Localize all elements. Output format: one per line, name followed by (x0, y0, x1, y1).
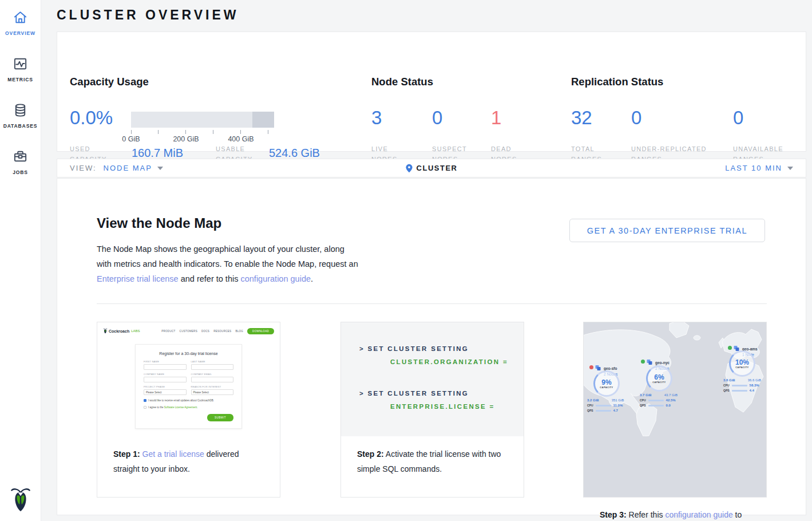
field-label: LAST NAME (191, 360, 234, 363)
total-capacity: 43.7 GiB (664, 393, 678, 397)
description-text: . (311, 274, 313, 283)
total-capacity: 351 GiB (612, 398, 624, 402)
used-capacity: 3.7 GiB (640, 393, 652, 397)
qps-value: 4.4 (750, 389, 754, 392)
time-range-value: LAST 10 MIN (725, 164, 782, 172)
download-button: DOWNLOAD (247, 328, 274, 334)
configuration-guide-link[interactable]: configuration guide (665, 510, 732, 519)
chevron-down-icon (157, 167, 163, 170)
view-value: NODE MAP (104, 164, 152, 172)
license-agreement-link: Software License Agreement. (164, 406, 198, 409)
step-1-caption: Step 1: Get a trial license delivered st… (97, 436, 280, 476)
step-2-card: > SET CLUSTER SETTING CLUSTER.ORGANIZATI… (340, 322, 524, 498)
nav-link: BLOG (235, 330, 243, 333)
scope-label: CLUSTER (417, 164, 458, 172)
used-capacity: 3.2 GiB (587, 398, 599, 402)
nav-link: CUSTOMERS (180, 330, 197, 333)
capacity-label: CAPACITY (652, 381, 666, 384)
chevron-down-icon (787, 167, 793, 170)
field-label: COMPANY EMAIL (191, 373, 234, 376)
sidebar-item-overview[interactable]: OVERVIEW (0, 0, 41, 46)
description-text: and refer to this (181, 274, 239, 283)
cpu-bar (596, 405, 611, 406)
field-label: PROJECT PHASE (144, 385, 187, 388)
field-label: REASON FOR INTEREST (191, 385, 234, 388)
capacity-percent: 9% (601, 379, 611, 386)
step-2-caption: Step 2: Activate the trial license with … (341, 436, 524, 476)
step-3-caption: Step 3: Refer this configuration guide t… (584, 497, 766, 521)
mini-site-nav: PRODUCT CUSTOMERS DOCS RESOURCES BLOG DO… (161, 328, 274, 334)
select-input: Please Select (191, 389, 234, 395)
total-capacity: 36.6 GiB (748, 378, 761, 382)
text-input (191, 377, 234, 382)
qps-value: 0.0 (666, 404, 671, 407)
cockroach-labs-brand: Cockroach LABS (103, 328, 140, 334)
capacity-percent: 10% (735, 359, 749, 366)
qps-bar (596, 410, 611, 412)
capacity-bar-chart (131, 112, 274, 128)
qps-label: QPS (640, 404, 646, 407)
node-map-heading: View the Node Map (97, 215, 221, 231)
capacity-label: CAPACITY (600, 386, 613, 389)
capacity-bar-usable (131, 112, 252, 128)
description-text: The Node Map shows the geographical layo… (97, 244, 358, 269)
nav-link: PRODUCT (161, 330, 175, 333)
suspect-nodes-value: 0 (432, 108, 442, 128)
total-ranges-value: 32 (571, 108, 592, 128)
step-1-thumbnail: Cockroach LABS PRODUCT CUSTOMERS DOCS RE… (97, 322, 280, 436)
capacity-ring: 9% CAPACITY (593, 370, 620, 397)
step-3-card: geo-sfo2 Nodes 9% CAPACITY 3.2 GiB351 Gi… (583, 322, 767, 498)
capacity-usage-title: Capacity Usage (70, 76, 149, 88)
node-map-panel: View the Node Map The Node Map shows the… (57, 178, 806, 515)
step-1-card: Cockroach LABS PRODUCT CUSTOMERS DOCS RE… (97, 322, 280, 498)
configuration-guide-link[interactable]: configuration guide (240, 274, 311, 283)
checkbox-icon (144, 406, 146, 409)
caption-text: Refer this (629, 510, 663, 519)
get-trial-license-link[interactable]: Get a trial license (142, 449, 204, 459)
checkbox-label: I would like to receive email updates ab… (148, 399, 214, 402)
step-3-node-map-preview: geo-sfo2 Nodes 9% CAPACITY 3.2 GiB351 Gi… (584, 322, 766, 497)
section-divider (97, 303, 767, 304)
locality-name: geo-sfo (604, 366, 617, 370)
sql-prompt-line: > SET CLUSTER SETTING (359, 345, 469, 352)
node-map-description: The Node Map shows the geographical layo… (97, 242, 359, 286)
home-icon (13, 10, 28, 25)
qps-label: QPS (723, 389, 730, 392)
cpu-value: 42.5% (666, 398, 676, 402)
sidebar-item-metrics[interactable]: METRICS (0, 46, 41, 93)
sidebar-item-databases[interactable]: DATABASES (0, 93, 41, 139)
sidebar-item-label: OVERVIEW (0, 30, 41, 36)
enterprise-trial-button[interactable]: GET A 30-DAY ENTERPRISE TRIAL (569, 219, 765, 242)
qps-value: 4.7 (613, 409, 618, 412)
view-selector[interactable]: VIEW: NODE MAP (57, 164, 163, 172)
live-status-badge (728, 346, 732, 350)
capacity-axis-ticks (131, 130, 274, 134)
node-status-title: Node Status (371, 76, 433, 88)
nodes-cube-icon (595, 365, 601, 372)
nav-link: DOCS (201, 330, 209, 333)
sidebar-item-jobs[interactable]: JOBS (0, 139, 41, 185)
page-title: CLUSTER OVERVIEW (57, 7, 239, 23)
time-range-selector[interactable]: LAST 10 MIN (725, 164, 806, 172)
qps-label: QPS (587, 409, 593, 412)
unavailable-ranges-value: 0 (733, 108, 743, 128)
step-label: Step 2: (357, 449, 384, 459)
cpu-bar (648, 400, 664, 401)
sql-setting-line: ENTERPRISE.LICENSE = (390, 403, 494, 410)
live-nodes-value: 3 (371, 108, 382, 128)
enterprise-trial-license-link[interactable]: Enterprise trial license (97, 274, 179, 283)
qps-bar (732, 390, 747, 392)
sidebar-item-label: DATABASES (0, 123, 41, 129)
cpu-label: CPU (640, 398, 646, 402)
nav-link: RESOURCES (213, 330, 231, 333)
cpu-label: CPU (587, 404, 593, 407)
trial-registration-form: Register for a 30-day trial license FIRS… (135, 344, 242, 429)
field-label: FIRST NAME (144, 360, 187, 363)
capacity-used-percent: 0.0% (70, 108, 113, 128)
locality-name: geo-nyc (655, 361, 670, 365)
text-input (144, 377, 187, 382)
capacity-axis-label: 400 GiB (224, 135, 258, 143)
metrics-icon (13, 56, 28, 72)
step-label: Step 3: (600, 510, 627, 519)
scope-breadcrumb: CLUSTER (57, 164, 806, 173)
